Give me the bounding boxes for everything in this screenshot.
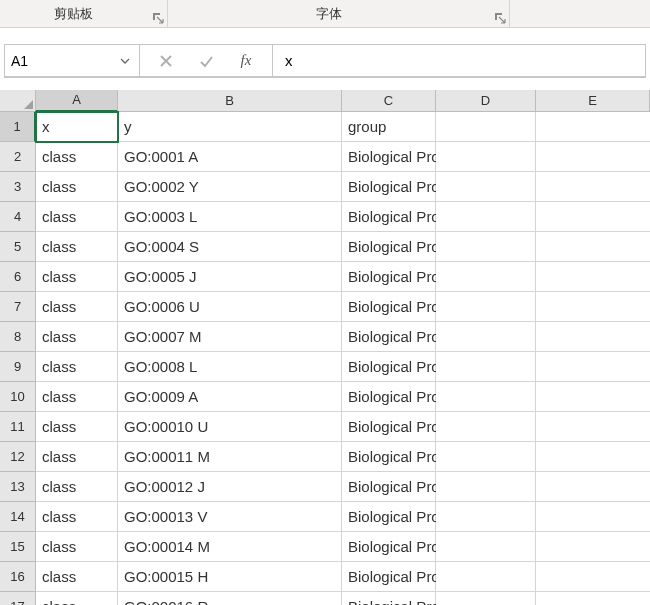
- cell[interactable]: [436, 502, 536, 532]
- cell[interactable]: [436, 232, 536, 262]
- cell[interactable]: Biological Process: [342, 262, 436, 292]
- cell[interactable]: Biological Process: [342, 232, 436, 262]
- cell[interactable]: [436, 382, 536, 412]
- cell[interactable]: Biological Process: [342, 412, 436, 442]
- cell[interactable]: [436, 412, 536, 442]
- column-header-D[interactable]: D: [436, 90, 536, 112]
- cell[interactable]: class: [36, 172, 118, 202]
- cell[interactable]: class: [36, 472, 118, 502]
- cell[interactable]: Biological Process: [342, 292, 436, 322]
- cell[interactable]: [436, 142, 536, 172]
- cell[interactable]: [436, 442, 536, 472]
- cell[interactable]: GO:0007 M: [118, 322, 342, 352]
- row-header[interactable]: 15: [0, 532, 36, 562]
- cell[interactable]: [436, 262, 536, 292]
- cell[interactable]: class: [36, 412, 118, 442]
- row-header[interactable]: 13: [0, 472, 36, 502]
- row-header[interactable]: 16: [0, 562, 36, 592]
- cell[interactable]: Biological Process: [342, 352, 436, 382]
- cell[interactable]: Biological Process: [342, 592, 436, 605]
- cell[interactable]: GO:0008 L: [118, 352, 342, 382]
- column-header-A[interactable]: A: [36, 90, 118, 112]
- cell[interactable]: group: [342, 112, 436, 142]
- cell[interactable]: GO:0001 A: [118, 142, 342, 172]
- cell[interactable]: class: [36, 352, 118, 382]
- formula-input[interactable]: [273, 44, 646, 77]
- cell[interactable]: GO:00016 R: [118, 592, 342, 605]
- cell[interactable]: GO:00011 M: [118, 442, 342, 472]
- cell[interactable]: GO:0002 Y: [118, 172, 342, 202]
- cell[interactable]: [436, 292, 536, 322]
- cell[interactable]: Biological Process: [342, 382, 436, 412]
- cell[interactable]: [536, 172, 650, 202]
- cell[interactable]: [536, 382, 650, 412]
- row-header[interactable]: 7: [0, 292, 36, 322]
- column-header-C[interactable]: C: [342, 90, 436, 112]
- cell[interactable]: [536, 202, 650, 232]
- cell[interactable]: Biological Process: [342, 472, 436, 502]
- cell[interactable]: class: [36, 502, 118, 532]
- cell[interactable]: [536, 442, 650, 472]
- cell[interactable]: class: [36, 532, 118, 562]
- enter-icon[interactable]: [194, 45, 218, 76]
- cell[interactable]: GO:00010 U: [118, 412, 342, 442]
- row-header[interactable]: 5: [0, 232, 36, 262]
- row-header[interactable]: 10: [0, 382, 36, 412]
- row-header[interactable]: 3: [0, 172, 36, 202]
- cell[interactable]: GO:0009 A: [118, 382, 342, 412]
- cell[interactable]: Biological Process: [342, 442, 436, 472]
- row-header[interactable]: 11: [0, 412, 36, 442]
- cell[interactable]: y: [118, 112, 342, 142]
- cell[interactable]: Biological Process: [342, 322, 436, 352]
- cell[interactable]: class: [36, 202, 118, 232]
- name-box-input[interactable]: [11, 53, 101, 69]
- name-box[interactable]: [4, 44, 140, 77]
- cell[interactable]: [436, 562, 536, 592]
- cell[interactable]: GO:0003 L: [118, 202, 342, 232]
- cell[interactable]: [536, 562, 650, 592]
- cell[interactable]: class: [36, 382, 118, 412]
- cell[interactable]: [436, 172, 536, 202]
- cell[interactable]: [436, 322, 536, 352]
- cell[interactable]: [536, 292, 650, 322]
- cell[interactable]: [536, 532, 650, 562]
- cell[interactable]: [536, 472, 650, 502]
- row-header[interactable]: 6: [0, 262, 36, 292]
- cell[interactable]: class: [36, 232, 118, 262]
- cell[interactable]: [436, 352, 536, 382]
- row-header[interactable]: 8: [0, 322, 36, 352]
- cell[interactable]: class: [36, 442, 118, 472]
- cell[interactable]: [536, 502, 650, 532]
- cell[interactable]: GO:00014 M: [118, 532, 342, 562]
- cell[interactable]: Biological Process: [342, 202, 436, 232]
- cell[interactable]: GO:0006 U: [118, 292, 342, 322]
- row-header[interactable]: 9: [0, 352, 36, 382]
- cell[interactable]: [436, 112, 536, 142]
- column-header-B[interactable]: B: [118, 90, 342, 112]
- font-dialog-launcher-icon[interactable]: [493, 11, 507, 25]
- cell[interactable]: [536, 232, 650, 262]
- cell[interactable]: [536, 322, 650, 352]
- cell[interactable]: GO:0004 S: [118, 232, 342, 262]
- cell[interactable]: [436, 592, 536, 605]
- cell[interactable]: [436, 202, 536, 232]
- cell[interactable]: [536, 142, 650, 172]
- cell[interactable]: class: [36, 142, 118, 172]
- cell[interactable]: [536, 592, 650, 605]
- row-header[interactable]: 14: [0, 502, 36, 532]
- select-all-corner[interactable]: [0, 90, 36, 112]
- cell[interactable]: GO:00013 V: [118, 502, 342, 532]
- cell[interactable]: GO:00015 H: [118, 562, 342, 592]
- cell[interactable]: Biological Process: [342, 502, 436, 532]
- insert-function-icon[interactable]: fx: [234, 45, 258, 76]
- column-header-E[interactable]: E: [536, 90, 650, 112]
- row-header[interactable]: 4: [0, 202, 36, 232]
- row-header[interactable]: 12: [0, 442, 36, 472]
- cell[interactable]: Biological Process: [342, 532, 436, 562]
- cancel-icon[interactable]: [154, 45, 178, 76]
- cell[interactable]: Biological Process: [342, 172, 436, 202]
- cell[interactable]: [536, 262, 650, 292]
- cell[interactable]: class: [36, 592, 118, 605]
- row-header[interactable]: 1: [0, 112, 36, 142]
- clipboard-dialog-launcher-icon[interactable]: [151, 11, 165, 25]
